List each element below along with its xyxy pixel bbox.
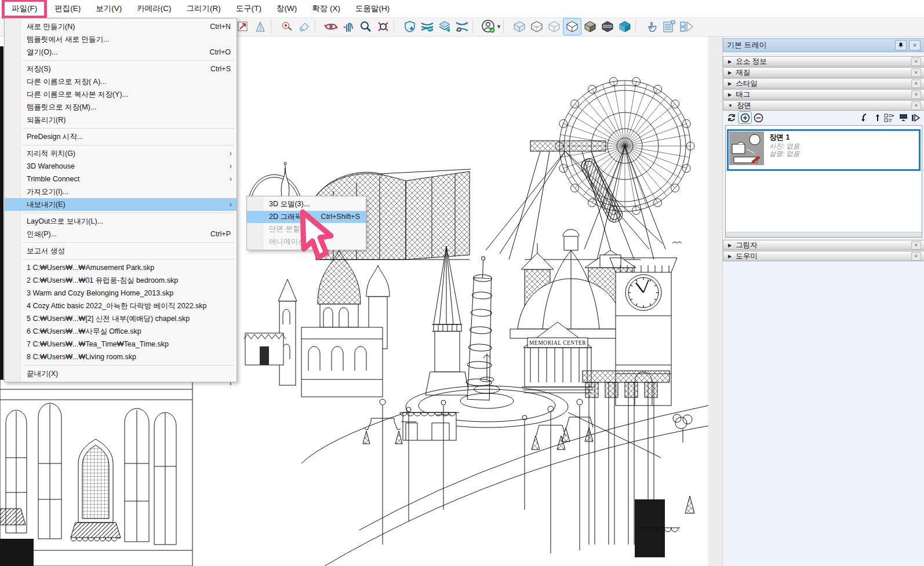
menu-item-recent-3[interactable]: 3 Warm and Cozy Belonging Home_2013.skp <box>5 287 237 300</box>
entity-info-panel-icon[interactable] <box>660 19 678 35</box>
axes-cone-icon[interactable] <box>252 19 269 35</box>
menu-item-trimble-connect[interactable]: Trimble Connect› <box>5 173 237 185</box>
layers-share-icon[interactable] <box>436 19 453 35</box>
select-hand-icon[interactable] <box>643 19 660 35</box>
shaded-style-icon[interactable] <box>581 19 599 35</box>
close-section-icon[interactable]: × <box>911 101 921 110</box>
remove-scene-icon[interactable] <box>752 112 765 123</box>
close-section-icon[interactable]: × <box>911 252 921 261</box>
menu-help[interactable]: 도움말(H) <box>348 1 397 17</box>
menu-item-save[interactable]: 저장(S)Ctrl+S <box>5 63 237 75</box>
annotation-cursor-arrow <box>294 209 340 269</box>
close-section-icon[interactable]: × <box>911 57 921 66</box>
menu-edit[interactable]: 편집(E) <box>47 1 88 17</box>
menu-item-generate-report[interactable]: 보고서 생성 <box>5 244 237 257</box>
section-shadows[interactable]: ▶ 그림자 × <box>723 240 924 250</box>
scene-name: 장면 1 <box>769 133 799 143</box>
menu-item-recent-8[interactable]: 8 C:₩Users₩...₩Living room.skp <box>5 350 237 363</box>
scene-photo: 사진: 없음 <box>769 143 799 150</box>
back-edges-style-icon[interactable] <box>528 19 545 35</box>
menu-item-new-from-template[interactable]: 템플릿에서 새로 만들기... <box>5 33 237 46</box>
scene-item-selected[interactable]: 장면 1 사진: 없음 설명: 없음 <box>727 129 921 171</box>
menu-view[interactable]: 보기(V) <box>88 1 129 17</box>
show-thumbnails-icon[interactable] <box>897 112 910 123</box>
menu-tools[interactable]: 도구(T) <box>228 1 269 17</box>
menu-item-recent-1[interactable]: 1 C:₩Users₩...₩Amusement Park.skp <box>5 261 237 274</box>
chevron-right-icon: ▶ <box>728 59 732 64</box>
default-tray-panel: 기본 트레이 × ▶ 요소 정보 × ▶ 재질 × ▶ 스타일 × ▶ 태그 ×… <box>722 37 924 566</box>
menu-item-recent-7[interactable]: 7 C:₩Users₩...₩Tea_Time₩Tea_Time.skp <box>5 338 237 350</box>
tray-toggle-icon[interactable] <box>678 19 695 35</box>
pan-icon[interactable] <box>340 19 357 35</box>
menu-item-predesign[interactable]: PreDesign 시작... <box>5 130 237 143</box>
extension-gear-icon[interactable] <box>453 19 471 35</box>
menu-item-new[interactable]: 새로 만들기(N)Ctrl+N <box>5 20 237 33</box>
paint-bucket-icon[interactable] <box>296 19 313 35</box>
menu-file[interactable]: 파일(F) <box>5 2 44 16</box>
move-scene-up-icon[interactable] <box>871 112 884 123</box>
menu-item-recent-5[interactable]: 5 C:₩Users₩...₩[2] 신전 내부(예배당) chapel.skp <box>5 312 237 325</box>
menu-item-3d-warehouse[interactable]: 3D Warehouse› <box>5 160 237 173</box>
menu-item-send-to-layout[interactable]: LayOut으로 보내기(L)... <box>5 215 237 228</box>
warehouse-download-icon[interactable] <box>401 19 419 35</box>
close-section-icon[interactable]: × <box>911 79 921 88</box>
xray-style-icon[interactable] <box>511 19 528 35</box>
scenes-toolbar <box>723 111 924 124</box>
section-tags[interactable]: ▶ 태그 × <box>723 89 924 100</box>
section-label: 스타일 <box>736 79 758 89</box>
section-entity-info[interactable]: ▶ 요소 정보 × <box>723 56 924 67</box>
update-scene-icon[interactable] <box>725 112 738 123</box>
account-icon[interactable] <box>480 19 497 35</box>
scene-list-scrollbar[interactable] <box>726 232 922 237</box>
section-label: 도우미 <box>736 251 758 261</box>
textured-style-icon[interactable] <box>599 19 616 35</box>
section-scenes[interactable]: ▼ 장면 × <box>723 100 924 111</box>
hidden-line-style-icon[interactable] <box>563 18 581 35</box>
zoom-extents-icon[interactable] <box>374 19 392 35</box>
orbit-icon[interactable] <box>322 19 340 35</box>
view-options-icon[interactable] <box>884 112 897 123</box>
menu-draw[interactable]: 그리기(R) <box>179 1 228 17</box>
zoom-icon[interactable] <box>357 19 374 35</box>
menu-item-save-as-template[interactable]: 템플릿으로 저장(M)... <box>5 101 237 114</box>
menu-item-print[interactable]: 인쇄(P)...Ctrl+P <box>5 228 237 240</box>
menu-camera[interactable]: 카메라(C) <box>129 1 179 17</box>
menu-item-revert[interactable]: 되돌리기(R) <box>5 114 237 126</box>
account-caret-icon[interactable]: ▼ <box>496 24 501 30</box>
wireframe-style-icon[interactable] <box>545 19 563 35</box>
scene-list[interactable]: 장면 1 사진: 없음 설명: 없음 <box>725 125 922 238</box>
menu-item-geo-location[interactable]: 지리적 위치(G)› <box>5 147 237 160</box>
section-instructor[interactable]: ▶ 도우미 × <box>723 251 924 261</box>
add-scene-icon[interactable] <box>738 111 752 124</box>
close-section-icon[interactable]: × <box>911 90 921 99</box>
tray-region: 기본 트레이 × ▶ 요소 정보 × ▶ 재질 × ▶ 스타일 × ▶ 태그 ×… <box>708 36 924 566</box>
menu-separator <box>5 240 237 244</box>
section-styles[interactable]: ▶ 스타일 × <box>723 78 924 89</box>
close-section-icon[interactable]: × <box>911 68 921 77</box>
menu-item-recent-2[interactable]: 2 C:₩Users₩...₩01 유럽풍-침실 bedroom.skp <box>5 274 237 287</box>
menu-item-open[interactable]: 열기(O)...Ctrl+O <box>5 46 237 59</box>
section-label: 그림자 <box>736 240 758 250</box>
menu-item-recent-4[interactable]: 4 Cozy Attic basic 2022_아늑한 다락방 베이직 2022… <box>5 300 237 312</box>
close-section-icon[interactable]: × <box>911 241 921 250</box>
menu-item-exit[interactable]: 끝내기(X) <box>5 367 237 380</box>
menu-window[interactable]: 창(W) <box>269 1 304 17</box>
menu-item-import[interactable]: 가져오기(I)... <box>5 185 237 198</box>
menu-extensions[interactable]: 확장 (X) <box>304 1 348 17</box>
scene-thumbnail <box>729 132 764 165</box>
annotation-pink-box: 파일(F) <box>2 0 47 19</box>
move-scene-down-icon[interactable] <box>858 112 871 123</box>
tray-title-bar: 기본 트레이 × <box>723 38 924 52</box>
show-details-icon[interactable] <box>910 112 922 123</box>
menu-item-save-copy-as[interactable]: 다른 이름으로 복사본 저장(Y)... <box>5 88 237 101</box>
pin-icon[interactable] <box>895 40 907 50</box>
monochrome-style-icon[interactable] <box>616 19 634 35</box>
tape-measure-icon[interactable] <box>278 19 296 35</box>
section-materials[interactable]: ▶ 재질 × <box>723 67 924 78</box>
share-model-icon[interactable] <box>419 19 436 35</box>
tray-close-icon[interactable]: × <box>909 40 921 50</box>
menu-item-recent-6[interactable]: 6 C:₩Users₩...₩사무실 Office.skp <box>5 325 237 338</box>
menu-item-export[interactable]: 내보내기(E)› <box>5 198 237 211</box>
menu-item-save-as[interactable]: 다른 이름으로 저장( A)... <box>5 75 237 88</box>
scene-meta: 장면 1 사진: 없음 설명: 없음 <box>765 131 799 169</box>
